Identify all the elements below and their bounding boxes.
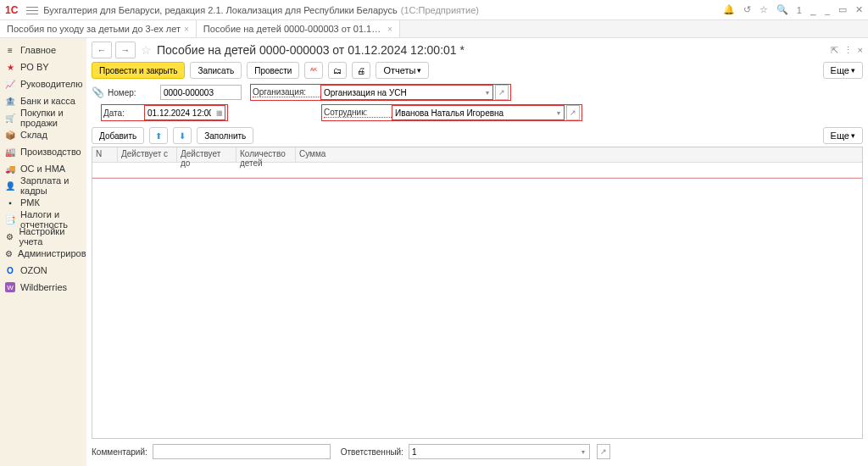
pos-icon: ▪ [5,197,15,208]
responsible-label: Ответственный: [341,447,403,457]
sidebar-item-ozon[interactable]: OOZON [0,262,86,279]
sidebar-item-label: Банк и касса [20,96,75,106]
gear-icon: ⚙ [5,231,14,241]
employee-open-button[interactable]: ↗ [566,105,580,120]
sidebar-item-main[interactable]: ≡Главное [0,42,86,58]
sidebar-item-label: Руководителю [20,79,82,89]
bell-icon[interactable]: 🔔 [723,4,735,15]
wildberries-icon: W [5,282,15,292]
tab-close-icon[interactable]: × [184,25,189,34]
sidebar-item-settings[interactable]: ⚙Настройки учета [0,228,86,245]
comment-label: Комментарий: [92,447,147,457]
page-title: Пособие на детей 0000-000003 от 01.12.20… [157,43,465,57]
fill-button[interactable]: Заполнить [197,127,253,144]
col-children: Количество детей [236,147,296,162]
table-row[interactable] [92,163,862,178]
bank-icon: 🏦 [5,96,15,106]
close-icon[interactable]: ✕ [855,4,863,15]
responsible-open-button[interactable]: ↗ [597,444,610,459]
more-button[interactable]: Еще▾ [823,62,863,79]
list-icon: ≡ [5,45,15,55]
kebab-icon[interactable]: ⋮ [843,45,853,56]
table-divider [92,178,862,179]
employee-label: Сотрудник: [324,108,392,118]
menu-icon[interactable] [26,4,38,16]
date-label: Дата: [103,108,144,118]
rows-table[interactable]: N Действует с Действует до Количество де… [92,147,863,439]
sidebar-item-hr[interactable]: 👤Зарплата и кадры [0,177,86,194]
tab-allowance-doc[interactable]: Пособие на детей 0000-000003 от 01.12.20… [197,20,400,37]
responsible-dropdown-button[interactable]: ▾ [578,444,590,459]
sidebar-item-poby[interactable]: ★PO BY [0,58,86,75]
structure-button[interactable]: 🗂 [328,62,347,79]
sidebar-item-production[interactable]: 🏭Производство [0,143,86,160]
close-page-icon[interactable]: × [858,45,863,56]
tab-label: Пособия по уходу за детьми до 3-ех лет [7,24,181,34]
save-button[interactable]: Записать [190,62,242,79]
table-more-button[interactable]: Еще▾ [823,127,863,144]
sidebar-item-label: РМК [20,197,40,208]
minimize-icon[interactable]: _ [825,5,830,15]
sidebar-item-trade[interactable]: 🛒Покупки и продажи [0,109,86,126]
col-from: Действует с [118,147,177,162]
sidebar-item-manager[interactable]: 📈Руководителю [0,75,86,92]
dt-kt-button[interactable]: ᴬᴷ [304,62,323,79]
col-sum: Сумма [296,147,862,162]
more-label: Еще [831,65,849,75]
org-open-button[interactable]: ↗ [495,85,509,100]
gear-icon: ⚙ [5,248,13,258]
sidebar-item-bank[interactable]: 🏦Банк и касса [0,92,86,109]
sidebar-item-label: Wildberries [20,282,67,292]
tab-allowances-list[interactable]: Пособия по уходу за детьми до 3-ех лет × [0,20,197,37]
sidebar-item-taxes[interactable]: 📑Налоги и отчетность [0,211,86,228]
add-row-button[interactable]: Добавить [92,127,144,144]
responsible-input[interactable] [409,444,578,459]
comment-input[interactable] [153,444,331,459]
org-dropdown-button[interactable]: ▾ [481,85,493,100]
move-up-button[interactable]: ⬆ [149,127,168,144]
org-input[interactable] [320,85,481,100]
sidebar-item-assets[interactable]: 🚚ОС и НМА [0,160,86,177]
tab-close-icon[interactable]: × [387,25,392,34]
sidebar-item-label: OZON [20,265,47,275]
history-icon[interactable]: ↺ [743,4,751,15]
tab-label: Пособие на детей 0000-000003 от 01.12.20… [203,24,384,34]
employee-input[interactable] [392,105,553,120]
favorite-icon[interactable]: ☆ [141,43,152,57]
search-count: 1 [797,5,802,15]
sidebar-item-stock[interactable]: 📦Склад [0,126,86,143]
post-and-close-button[interactable]: Провести и закрыть [92,62,185,79]
search-icon[interactable]: 🔍 [776,4,788,15]
sidebar-item-label: Склад [20,130,47,140]
sidebar-item-label: Главное [20,45,56,55]
table-header: N Действует с Действует до Количество де… [92,147,862,163]
reports-label: Отчеты [383,65,415,75]
date-input[interactable] [144,105,214,120]
col-n: N [92,147,118,162]
attachments-icon[interactable]: 📎 [92,86,104,98]
forward-button[interactable]: → [115,42,136,58]
sidebar: ≡Главное ★PO BY 📈Руководителю 🏦Банк и ка… [0,38,86,466]
link-icon[interactable]: ⇱ [831,45,838,56]
report-icon: 📑 [5,214,15,225]
star-icon[interactable]: ☆ [760,4,768,15]
factory-icon: 🏭 [5,147,15,157]
sidebar-item-wb[interactable]: WWildberries [0,279,86,296]
post-button[interactable]: Провести [247,62,299,79]
sidebar-item-label: Зарплата и кадры [20,175,81,196]
back-button[interactable]: ← [92,42,112,58]
org-label: Организация: [253,87,320,97]
col-to: Действует до [177,147,236,162]
truck-icon: 🚚 [5,164,15,174]
sidebar-item-admin[interactable]: ⚙Администрирование [0,245,86,262]
number-input[interactable] [160,85,242,100]
sidebar-item-label: ОС и НМА [20,164,65,174]
print-button[interactable]: 🖨 [352,62,370,79]
main-content: ← → ☆ Пособие на детей 0000-000003 от 01… [86,38,868,466]
reports-button[interactable]: Отчеты▾ [376,62,429,79]
move-down-button[interactable]: ⬇ [173,127,192,144]
sidebar-item-rmk[interactable]: ▪РМК [0,194,86,211]
employee-dropdown-button[interactable]: ▾ [553,105,565,120]
restore-icon[interactable]: ▭ [838,4,847,15]
date-picker-button[interactable]: ▦ [214,105,225,120]
